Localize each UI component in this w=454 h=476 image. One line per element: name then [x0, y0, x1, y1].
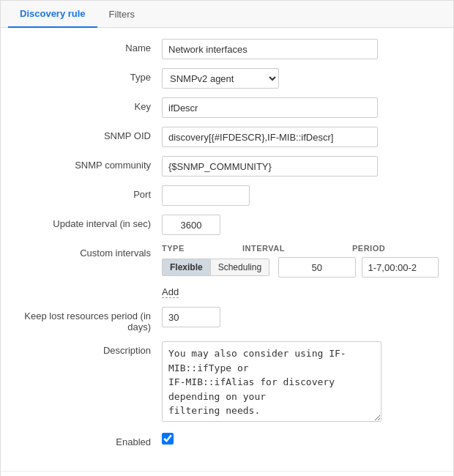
port-label: Port	[15, 185, 162, 200]
custom-intervals-row: Custom intervals TYPE INTERVAL PERIOD Fl…	[15, 244, 439, 298]
interval-flexible-btn[interactable]: Flexible	[162, 259, 211, 276]
update-interval-label: Update interval (in sec)	[15, 215, 162, 229]
interval-scheduling-btn[interactable]: Scheduling	[211, 259, 269, 276]
name-label: Name	[15, 39, 162, 53]
tab-filters[interactable]: Filters	[97, 1, 146, 27]
key-row: Key	[15, 97, 439, 118]
snmp-community-field-wrapper	[162, 156, 396, 176]
key-label: Key	[15, 97, 162, 112]
snmp-oid-input[interactable]	[162, 127, 378, 147]
enabled-label: Enabled	[15, 433, 162, 447]
keep-lost-field-wrapper	[162, 307, 396, 327]
custom-intervals-wrapper: TYPE INTERVAL PERIOD Flexible Scheduling…	[162, 244, 439, 298]
snmp-community-row: SNMP community	[15, 156, 439, 176]
custom-intervals-label: Custom intervals	[15, 244, 162, 259]
type-field-wrapper: SNMPv2 agent Zabbix agent Zabbix agent (…	[162, 68, 396, 89]
snmp-community-label: SNMP community	[15, 156, 162, 171]
form-section: Name Type SNMPv2 agent Zabbix agent Zabb…	[1, 28, 453, 467]
description-field-wrapper: You may also consider using IF-MIB::ifTy…	[162, 341, 396, 424]
tab-discovery-rule[interactable]: Discovery rule	[8, 1, 97, 28]
port-row: Port	[15, 185, 439, 206]
keep-lost-input[interactable]	[162, 307, 220, 327]
keep-lost-label: Keep lost resources period (in days)	[15, 307, 162, 332]
port-field-wrapper	[162, 185, 396, 206]
interval-period-input[interactable]	[362, 257, 439, 278]
add-interval-wrapper: Add	[162, 282, 439, 298]
keep-lost-row: Keep lost resources period (in days)	[15, 307, 439, 332]
update-interval-row: Update interval (in sec)	[15, 215, 439, 235]
description-textarea[interactable]: You may also consider using IF-MIB::ifTy…	[162, 341, 382, 422]
snmp-community-input[interactable]	[162, 156, 378, 176]
type-label: Type	[15, 68, 162, 83]
enabled-row: Enabled	[15, 433, 439, 447]
interval-type-toggle: Flexible Scheduling	[162, 259, 269, 276]
name-field-wrapper	[162, 39, 396, 59]
key-field-wrapper	[162, 97, 396, 118]
description-row: Description You may also consider using …	[15, 341, 439, 424]
intervals-header: TYPE INTERVAL PERIOD	[162, 244, 439, 253]
name-row: Name	[15, 39, 439, 59]
intervals-type-header: TYPE	[162, 244, 242, 253]
type-row: Type SNMPv2 agent Zabbix agent Zabbix ag…	[15, 68, 439, 89]
key-input[interactable]	[162, 97, 378, 118]
tab-bar: Discovery rule Filters	[1, 1, 453, 28]
type-select[interactable]: SNMPv2 agent Zabbix agent Zabbix agent (…	[162, 68, 279, 89]
interval-value-input[interactable]	[278, 257, 355, 278]
update-interval-field-wrapper	[162, 215, 396, 235]
add-interval-link[interactable]: Add	[162, 286, 179, 298]
snmp-oid-label: SNMP OID	[15, 127, 162, 141]
description-label: Description	[15, 341, 162, 356]
enabled-checkbox[interactable]	[162, 433, 174, 445]
snmp-oid-row: SNMP OID	[15, 127, 439, 147]
name-input[interactable]	[162, 39, 378, 59]
intervals-data-row: Flexible Scheduling	[162, 257, 439, 278]
enabled-checkbox-wrapper	[162, 433, 174, 445]
intervals-interval-header: INTERVAL	[242, 244, 352, 253]
update-interval-input[interactable]	[162, 215, 220, 235]
port-input[interactable]	[162, 185, 250, 206]
snmp-oid-field-wrapper	[162, 127, 396, 147]
intervals-period-header: PERIOD	[352, 244, 385, 253]
